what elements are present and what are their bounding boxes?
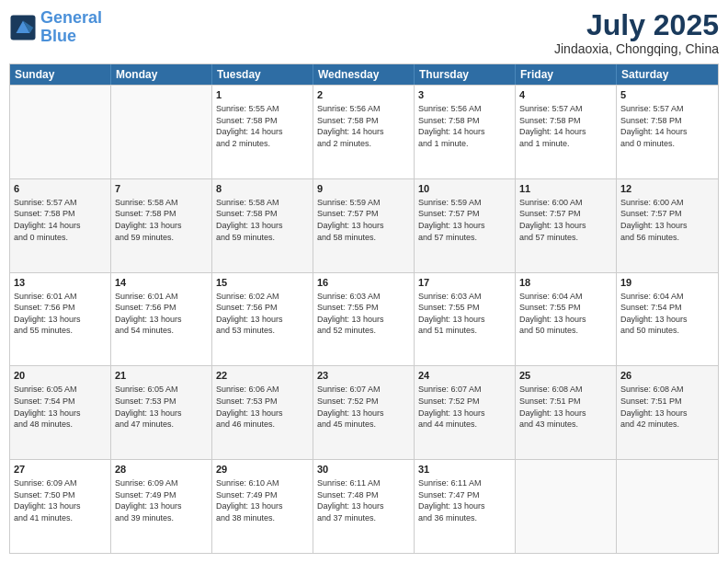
day-number: 29: [216, 463, 309, 477]
calendar-cell-15: 15Sunrise: 6:02 AM Sunset: 7:56 PM Dayli…: [212, 273, 313, 366]
calendar-cell-20: 20Sunrise: 6:05 AM Sunset: 7:54 PM Dayli…: [10, 366, 111, 459]
calendar-cell-18: 18Sunrise: 6:04 AM Sunset: 7:55 PM Dayli…: [516, 273, 617, 366]
day-info: Sunrise: 6:11 AM Sunset: 7:48 PM Dayligh…: [317, 477, 410, 523]
day-info: Sunrise: 6:08 AM Sunset: 7:51 PM Dayligh…: [519, 384, 612, 430]
day-number: 20: [14, 369, 107, 383]
month-title: July 2025: [554, 9, 719, 41]
day-info: Sunrise: 5:55 AM Sunset: 7:58 PM Dayligh…: [216, 103, 309, 149]
day-info: Sunrise: 5:57 AM Sunset: 7:58 PM Dayligh…: [14, 197, 107, 243]
day-number: 17: [418, 276, 511, 290]
day-number: 15: [216, 276, 309, 290]
day-info: Sunrise: 6:04 AM Sunset: 7:54 PM Dayligh…: [620, 291, 714, 337]
calendar-header: SundayMondayTuesdayWednesdayThursdayFrid…: [10, 64, 718, 85]
calendar-row-1: 6Sunrise: 5:57 AM Sunset: 7:58 PM Daylig…: [10, 178, 718, 272]
calendar-cell-6: 6Sunrise: 5:57 AM Sunset: 7:58 PM Daylig…: [10, 179, 111, 272]
day-number: 16: [317, 276, 410, 290]
calendar-cell-21: 21Sunrise: 6:05 AM Sunset: 7:53 PM Dayli…: [111, 366, 212, 459]
day-number: 1: [216, 88, 309, 102]
day-info: Sunrise: 6:11 AM Sunset: 7:47 PM Dayligh…: [418, 477, 511, 523]
day-info: Sunrise: 5:59 AM Sunset: 7:57 PM Dayligh…: [418, 197, 511, 243]
calendar-cell-3: 3Sunrise: 5:56 AM Sunset: 7:58 PM Daylig…: [415, 86, 516, 178]
day-info: Sunrise: 6:10 AM Sunset: 7:49 PM Dayligh…: [216, 477, 309, 523]
weekday-header-sunday: Sunday: [10, 64, 111, 85]
calendar-cell-2: 2Sunrise: 5:56 AM Sunset: 7:58 PM Daylig…: [313, 86, 415, 178]
calendar-cell-31: 31Sunrise: 6:11 AM Sunset: 7:47 PM Dayli…: [415, 460, 516, 553]
day-number: 18: [519, 276, 612, 290]
day-number: 7: [115, 182, 208, 196]
day-number: 5: [620, 88, 714, 102]
calendar-cell-4: 4Sunrise: 5:57 AM Sunset: 7:58 PM Daylig…: [516, 86, 617, 178]
weekday-header-monday: Monday: [111, 64, 212, 85]
day-number: 14: [115, 276, 208, 290]
calendar-cell-12: 12Sunrise: 6:00 AM Sunset: 7:57 PM Dayli…: [617, 179, 718, 272]
calendar-cell-16: 16Sunrise: 6:03 AM Sunset: 7:55 PM Dayli…: [313, 273, 415, 366]
day-info: Sunrise: 6:02 AM Sunset: 7:56 PM Dayligh…: [216, 291, 309, 337]
day-number: 25: [519, 369, 612, 383]
day-number: 4: [519, 88, 612, 102]
calendar-cell-23: 23Sunrise: 6:07 AM Sunset: 7:52 PM Dayli…: [313, 366, 415, 459]
day-info: Sunrise: 5:57 AM Sunset: 7:58 PM Dayligh…: [620, 103, 714, 149]
day-info: Sunrise: 6:07 AM Sunset: 7:52 PM Dayligh…: [418, 384, 511, 430]
calendar-cell-empty-0-1: [111, 86, 212, 178]
day-info: Sunrise: 6:05 AM Sunset: 7:54 PM Dayligh…: [14, 384, 107, 430]
calendar-cell-30: 30Sunrise: 6:11 AM Sunset: 7:48 PM Dayli…: [313, 460, 415, 553]
day-number: 3: [418, 88, 511, 102]
day-number: 19: [620, 276, 714, 290]
day-number: 6: [14, 182, 107, 196]
day-number: 23: [317, 369, 410, 383]
calendar-row-3: 20Sunrise: 6:05 AM Sunset: 7:54 PM Dayli…: [10, 365, 718, 459]
day-info: Sunrise: 6:08 AM Sunset: 7:51 PM Dayligh…: [620, 384, 714, 430]
day-number: 30: [317, 463, 410, 477]
header: General Blue July 2025 Jindaoxia, Chongq…: [9, 9, 719, 56]
day-info: Sunrise: 6:07 AM Sunset: 7:52 PM Dayligh…: [317, 384, 410, 430]
title-block: July 2025 Jindaoxia, Chongqing, China: [554, 9, 719, 56]
calendar-cell-7: 7Sunrise: 5:58 AM Sunset: 7:58 PM Daylig…: [111, 179, 212, 272]
day-number: 12: [620, 182, 714, 196]
day-number: 27: [14, 463, 107, 477]
day-info: Sunrise: 6:09 AM Sunset: 7:50 PM Dayligh…: [14, 477, 107, 523]
day-info: Sunrise: 6:04 AM Sunset: 7:55 PM Dayligh…: [519, 291, 612, 337]
location: Jindaoxia, Chongqing, China: [554, 41, 719, 56]
weekday-header-friday: Friday: [516, 64, 617, 85]
day-info: Sunrise: 5:58 AM Sunset: 7:58 PM Dayligh…: [216, 197, 309, 243]
day-number: 31: [418, 463, 511, 477]
day-number: 24: [418, 369, 511, 383]
calendar-row-0: 1Sunrise: 5:55 AM Sunset: 7:58 PM Daylig…: [10, 85, 718, 178]
calendar-cell-11: 11Sunrise: 6:00 AM Sunset: 7:57 PM Dayli…: [516, 179, 617, 272]
calendar-cell-5: 5Sunrise: 5:57 AM Sunset: 7:58 PM Daylig…: [617, 86, 718, 178]
day-info: Sunrise: 6:00 AM Sunset: 7:57 PM Dayligh…: [620, 197, 714, 243]
logo: General Blue: [9, 9, 102, 46]
day-info: Sunrise: 5:56 AM Sunset: 7:58 PM Dayligh…: [317, 103, 410, 149]
calendar-cell-empty-4-6: [617, 460, 718, 553]
calendar-cell-1: 1Sunrise: 5:55 AM Sunset: 7:58 PM Daylig…: [212, 86, 313, 178]
calendar-cell-10: 10Sunrise: 5:59 AM Sunset: 7:57 PM Dayli…: [415, 179, 516, 272]
calendar-cell-9: 9Sunrise: 5:59 AM Sunset: 7:57 PM Daylig…: [313, 179, 415, 272]
weekday-header-tuesday: Tuesday: [212, 64, 313, 85]
day-number: 28: [115, 463, 208, 477]
day-info: Sunrise: 6:05 AM Sunset: 7:53 PM Dayligh…: [115, 384, 208, 430]
calendar-cell-13: 13Sunrise: 6:01 AM Sunset: 7:56 PM Dayli…: [10, 273, 111, 366]
weekday-header-thursday: Thursday: [415, 64, 516, 85]
calendar: SundayMondayTuesdayWednesdayThursdayFrid…: [9, 63, 719, 554]
page: General Blue July 2025 Jindaoxia, Chongq…: [0, 0, 728, 563]
day-info: Sunrise: 6:01 AM Sunset: 7:56 PM Dayligh…: [115, 291, 208, 337]
day-info: Sunrise: 5:58 AM Sunset: 7:58 PM Dayligh…: [115, 197, 208, 243]
calendar-cell-8: 8Sunrise: 5:58 AM Sunset: 7:58 PM Daylig…: [212, 179, 313, 272]
calendar-cell-19: 19Sunrise: 6:04 AM Sunset: 7:54 PM Dayli…: [617, 273, 718, 366]
day-number: 13: [14, 276, 107, 290]
day-number: 8: [216, 182, 309, 196]
day-number: 10: [418, 182, 511, 196]
calendar-cell-17: 17Sunrise: 6:03 AM Sunset: 7:55 PM Dayli…: [415, 273, 516, 366]
calendar-row-4: 27Sunrise: 6:09 AM Sunset: 7:50 PM Dayli…: [10, 459, 718, 553]
calendar-cell-29: 29Sunrise: 6:10 AM Sunset: 7:49 PM Dayli…: [212, 460, 313, 553]
calendar-row-2: 13Sunrise: 6:01 AM Sunset: 7:56 PM Dayli…: [10, 272, 718, 366]
day-info: Sunrise: 6:03 AM Sunset: 7:55 PM Dayligh…: [418, 291, 511, 337]
day-info: Sunrise: 6:00 AM Sunset: 7:57 PM Dayligh…: [519, 197, 612, 243]
day-number: 21: [115, 369, 208, 383]
calendar-cell-22: 22Sunrise: 6:06 AM Sunset: 7:53 PM Dayli…: [212, 366, 313, 459]
day-info: Sunrise: 6:06 AM Sunset: 7:53 PM Dayligh…: [216, 384, 309, 430]
weekday-header-saturday: Saturday: [617, 64, 718, 85]
logo-icon: [9, 14, 37, 41]
calendar-cell-24: 24Sunrise: 6:07 AM Sunset: 7:52 PM Dayli…: [415, 366, 516, 459]
calendar-cell-27: 27Sunrise: 6:09 AM Sunset: 7:50 PM Dayli…: [10, 460, 111, 553]
